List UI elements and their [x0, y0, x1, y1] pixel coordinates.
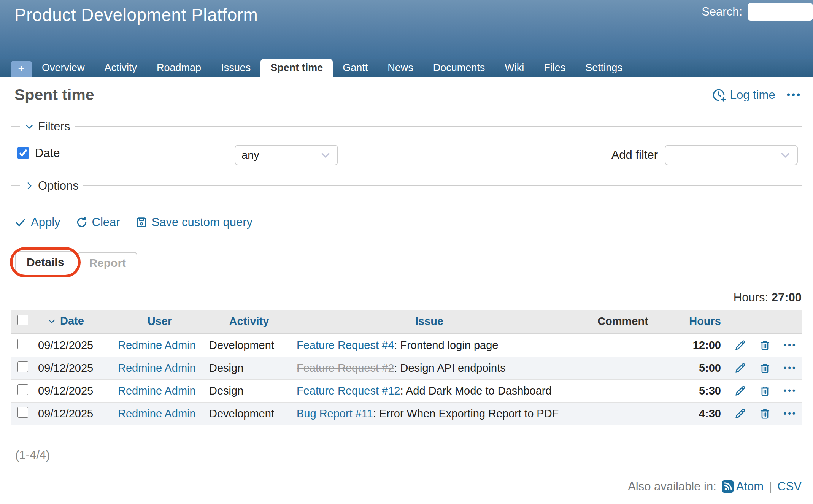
column-header-comment: Comment [566, 310, 680, 334]
edit-button[interactable] [734, 339, 746, 352]
cell-comment [566, 334, 680, 357]
apply-button[interactable]: Apply [14, 216, 60, 229]
project-tabbar: + Overview Activity Roadmap Issues Spent… [0, 59, 813, 77]
save-custom-query-button[interactable]: Save custom query [135, 216, 252, 229]
pagination-info: (1-4/4) [15, 449, 802, 462]
cell-date: 09/12/2025 [34, 334, 114, 357]
chevron-down-icon [780, 149, 791, 161]
check-icon [14, 216, 27, 228]
clock-plus-icon [712, 88, 726, 102]
hours-total: 27:00 [772, 291, 802, 304]
csv-link[interactable]: CSV [777, 480, 802, 493]
row-more-button[interactable]: ••• [783, 340, 797, 350]
tab-documents[interactable]: Documents [423, 59, 495, 77]
tab-settings[interactable]: Settings [575, 59, 632, 77]
cell-date: 09/12/2025 [34, 379, 114, 402]
cell-comment [566, 379, 680, 402]
row-more-button[interactable]: ••• [783, 409, 797, 418]
tab-roadmap[interactable]: Roadmap [147, 59, 211, 77]
user-link[interactable]: Redmine Admin [118, 385, 196, 397]
sort-desc-icon [47, 317, 56, 326]
feed-icon [722, 480, 734, 493]
column-header-issue[interactable]: Issue [293, 310, 566, 334]
select-all-checkbox[interactable] [17, 315, 28, 325]
log-time-button[interactable]: Log time [712, 88, 775, 102]
row-checkbox[interactable] [17, 407, 28, 418]
also-available-label: Also available in: [628, 480, 716, 493]
cell-activity: Design [205, 379, 293, 402]
user-link[interactable]: Redmine Admin [118, 362, 196, 374]
edit-button[interactable] [734, 407, 746, 420]
issue-subject: : Design API endpoints [394, 362, 505, 374]
tab-spent-time[interactable]: Spent time [260, 59, 333, 77]
footer-separator: | [769, 480, 772, 493]
chevron-down-icon [320, 149, 331, 161]
date-filter-label[interactable]: Date [35, 146, 60, 160]
tab-overview[interactable]: Overview [32, 59, 95, 77]
delete-button[interactable] [759, 385, 771, 397]
atom-link[interactable]: Atom [722, 480, 764, 493]
delete-button[interactable] [759, 339, 771, 352]
cell-hours: 4:30 [680, 402, 729, 425]
clear-button[interactable]: Clear [76, 216, 120, 229]
row-more-button[interactable]: ••• [783, 386, 797, 396]
refresh-icon [76, 216, 88, 228]
view-tab-report[interactable]: Report [78, 252, 137, 273]
issue-subject: : Frontend login page [394, 339, 498, 351]
cell-comment [566, 402, 680, 425]
delete-button[interactable] [759, 362, 771, 374]
date-filter-checkbox[interactable] [17, 147, 29, 159]
options-legend[interactable]: Options [20, 179, 83, 193]
chevron-down-icon [24, 122, 34, 132]
table-row: 09/12/2025 Redmine Admin Development Fea… [11, 334, 802, 357]
tab-files[interactable]: Files [534, 59, 575, 77]
date-operator-select[interactable]: any [235, 145, 338, 165]
cell-activity: Development [205, 402, 293, 425]
cell-activity: Development [205, 334, 293, 357]
column-header-user[interactable]: User [114, 310, 205, 334]
app-title: Product Development Platform [14, 5, 258, 25]
page-more-button[interactable]: ••• [787, 89, 802, 101]
delete-button[interactable] [759, 407, 771, 420]
edit-button[interactable] [734, 362, 746, 374]
issue-link[interactable]: Bug Report #11 [297, 407, 373, 420]
add-filter-select[interactable] [665, 145, 798, 165]
hours-summary: Hours: 27:00 [11, 291, 802, 304]
tab-news[interactable]: News [378, 59, 423, 77]
table-row: 09/12/2025 Redmine Admin Design Feature … [11, 357, 802, 379]
options-fieldset: Options [11, 179, 802, 193]
cell-activity: Design [205, 357, 293, 379]
issue-link-closed[interactable]: Feature Request #2 [297, 362, 394, 374]
table-header-row: Date User Activity Issue Comment Hours [11, 310, 802, 334]
edit-button[interactable] [734, 385, 746, 397]
table-row: 09/12/2025 Redmine Admin Design Feature … [11, 379, 802, 402]
table-row: 09/12/2025 Redmine Admin Development Bug… [11, 402, 802, 425]
time-entries-table: Date User Activity Issue Comment Hours 0… [11, 310, 802, 425]
tab-wiki[interactable]: Wiki [495, 59, 534, 77]
user-link[interactable]: Redmine Admin [118, 407, 196, 420]
row-checkbox[interactable] [17, 361, 28, 372]
chevron-right-icon [24, 181, 34, 191]
user-link[interactable]: Redmine Admin [118, 339, 196, 351]
column-header-hours[interactable]: Hours [680, 310, 729, 334]
view-tab-details[interactable]: Details [15, 251, 75, 273]
row-more-button[interactable]: ••• [783, 363, 797, 373]
add-filter-label: Add filter [611, 148, 658, 162]
issue-link[interactable]: Feature Request #4 [297, 339, 394, 351]
tab-activity[interactable]: Activity [95, 59, 147, 77]
row-checkbox[interactable] [17, 384, 28, 395]
cell-hours: 5:00 [680, 357, 729, 379]
filters-legend[interactable]: Filters [20, 120, 75, 133]
column-header-activity[interactable]: Activity [205, 310, 293, 334]
row-checkbox[interactable] [17, 339, 28, 349]
add-tab-button[interactable]: + [11, 61, 32, 77]
column-header-date[interactable]: Date [34, 310, 114, 334]
issue-link[interactable]: Feature Request #12 [297, 385, 400, 397]
search-input[interactable] [748, 3, 813, 21]
cell-date: 09/12/2025 [34, 402, 114, 425]
tab-issues[interactable]: Issues [211, 59, 260, 77]
tab-gantt[interactable]: Gantt [333, 59, 378, 77]
issue-subject: : Add Dark Mode to Dashboard [400, 385, 551, 397]
cell-date: 09/12/2025 [34, 357, 114, 379]
cell-comment [566, 357, 680, 379]
